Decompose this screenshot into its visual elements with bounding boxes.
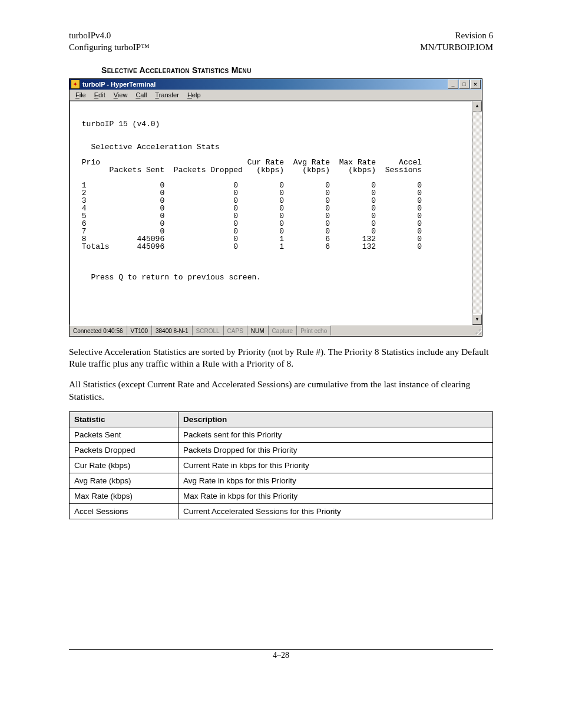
def-th-description: Description (178, 412, 493, 427)
section-title: Selective Acceleration Statistics Menu (101, 65, 493, 75)
table-row: Accel SessionsCurrent Accelerated Sessio… (70, 504, 493, 519)
statusbar: Connected 0:40:56 VT100 38400 8-N-1 SCRO… (70, 325, 482, 336)
menu-view[interactable]: View (110, 91, 131, 99)
status-capture: Capture (269, 325, 297, 335)
vertical-scrollbar[interactable]: ▲ ▼ (472, 101, 482, 325)
def-stat-name: Packets Dropped (70, 443, 178, 458)
def-stat-desc: Packets sent for this Priority (178, 427, 493, 443)
def-stat-name: Packets Sent (70, 427, 178, 443)
terminal-output: turboIP 15 (v4.0) Selective Acceleration… (70, 109, 471, 317)
table-row: Max Rate (kbps)Max Rate in kbps for this… (70, 489, 493, 504)
app-icon: ✦ (71, 80, 80, 89)
status-num: NUM (247, 325, 269, 335)
resize-grip-icon[interactable] (474, 327, 482, 335)
maximize-button[interactable]: □ (459, 80, 470, 89)
table-row: Packets SentPackets sent for this Priori… (70, 427, 493, 443)
minimize-button[interactable]: _ (448, 80, 458, 89)
page-header: turboIPv4.0 Configuring turboIP™ Revisio… (69, 29, 493, 54)
statistics-definitions-table: Statistic Description Packets SentPacket… (69, 411, 493, 519)
body-para-1: Selective Acceleration Statistics are so… (69, 346, 493, 371)
status-port: 38400 8-N-1 (152, 325, 193, 335)
status-printecho: Print echo (297, 325, 331, 335)
def-stat-desc: Avg Rate in kbps for this Priority (178, 473, 493, 489)
def-stat-desc: Max Rate in kbps for this Priority (178, 489, 493, 504)
menu-edit[interactable]: Edit (91, 91, 109, 99)
page-footer: 4–28 (69, 649, 493, 660)
status-scroll: SCROLL (193, 325, 224, 335)
def-stat-name: Accel Sessions (70, 504, 178, 519)
def-stat-desc: Current Accelerated Sessions for this Pr… (178, 504, 493, 519)
hdr-right-2: MN/TURBOIP.IOM (420, 42, 493, 52)
menu-call[interactable]: Call (132, 91, 150, 99)
hyperterminal-window: ✦ turboIP - HyperTerminal _ □ × File Edi… (69, 78, 482, 337)
def-stat-name: Max Rate (kbps) (70, 489, 178, 504)
status-caps: CAPS (224, 325, 247, 335)
menu-file[interactable]: File (72, 91, 90, 99)
def-stat-desc: Current Rate in kbps for this Priority (178, 458, 493, 473)
body-para-2: All Statistics (except Current Rate and … (69, 378, 493, 403)
table-row: Avg Rate (kbps)Avg Rate in kbps for this… (70, 473, 493, 489)
table-row: Cur Rate (kbps)Current Rate in kbps for … (70, 458, 493, 473)
status-emulation: VT100 (127, 325, 152, 335)
scroll-down-button[interactable]: ▼ (472, 314, 482, 325)
titlebar[interactable]: ✦ turboIP - HyperTerminal _ □ × (70, 79, 482, 90)
status-connected: Connected 0:40:56 (70, 325, 127, 335)
menu-transfer[interactable]: Transfer (151, 91, 183, 99)
page-number: 4–28 (273, 651, 289, 660)
table-row: Packets DroppedPackets Dropped for this … (70, 443, 493, 458)
scroll-up-button[interactable]: ▲ (472, 101, 482, 111)
close-button[interactable]: × (470, 80, 481, 89)
menubar: File Edit View Call Transfer Help (70, 90, 482, 101)
hdr-left-2: Configuring turboIP™ (69, 42, 150, 52)
hdr-right-1: Revision 6 (455, 31, 493, 40)
def-th-statistic: Statistic (70, 412, 178, 427)
def-stat-desc: Packets Dropped for this Priority (178, 443, 493, 458)
window-title: turboIP - HyperTerminal (82, 81, 448, 88)
def-stat-name: Avg Rate (kbps) (70, 473, 178, 489)
hdr-left-1: turboIPv4.0 (69, 31, 111, 40)
menu-help[interactable]: Help (184, 91, 204, 99)
def-stat-name: Cur Rate (kbps) (70, 458, 178, 473)
